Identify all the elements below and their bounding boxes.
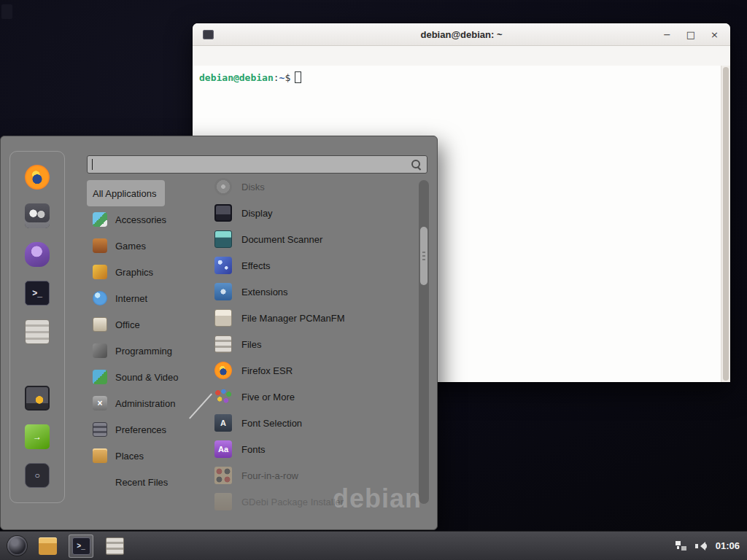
menu-search-input[interactable] bbox=[93, 156, 411, 173]
application-label: Four-in-a-row bbox=[241, 470, 298, 481]
five-or-more-icon bbox=[214, 388, 232, 405]
close-button[interactable]: × bbox=[711, 30, 719, 39]
desktop-shortcut-icon[interactable] bbox=[1, 4, 12, 19]
sound-video-icon bbox=[93, 370, 107, 384]
menu-scrollbar[interactable] bbox=[419, 180, 429, 504]
folder-icon bbox=[39, 537, 57, 555]
desktop: debian@debian: ~ − □ × debian@debian:~$ … bbox=[0, 0, 747, 560]
applications-menu: debian >_ bbox=[0, 136, 438, 530]
minimize-button[interactable]: − bbox=[663, 30, 671, 39]
category-label: Preferences bbox=[115, 424, 166, 435]
category-office[interactable]: Office bbox=[87, 311, 149, 338]
app-firefox-esr[interactable]: Firefox ESR bbox=[209, 357, 417, 384]
firefox-favorite[interactable] bbox=[24, 165, 50, 190]
application-label: Firefox ESR bbox=[241, 365, 293, 376]
app-document-scanner[interactable]: Document Scanner bbox=[209, 226, 417, 252]
menu-button[interactable] bbox=[4, 534, 29, 559]
places-folder-icon bbox=[93, 448, 107, 463]
category-games[interactable]: Games bbox=[87, 233, 155, 259]
category-places[interactable]: Places bbox=[87, 443, 152, 469]
taskbar: >_ 01:06 bbox=[0, 531, 747, 560]
window-controls: − □ × bbox=[663, 30, 719, 39]
office-icon bbox=[93, 317, 107, 332]
application-label: Extensions bbox=[241, 287, 288, 298]
pcmanfm-icon bbox=[214, 309, 232, 327]
category-sound-video[interactable]: Sound & Video bbox=[87, 364, 187, 390]
app-five-or-more[interactable]: Five or More bbox=[209, 384, 417, 410]
internet-globe-icon bbox=[93, 291, 107, 306]
software-manager-favorite[interactable] bbox=[24, 319, 50, 344]
firefox-icon bbox=[25, 165, 50, 190]
files-launcher[interactable] bbox=[102, 534, 127, 558]
app-files[interactable]: Files bbox=[209, 331, 417, 357]
category-all-applications[interactable]: All Applications bbox=[87, 180, 165, 206]
speaker-wave bbox=[703, 542, 707, 550]
preferences-icon bbox=[93, 422, 107, 437]
scroll-grip-dot bbox=[422, 252, 425, 253]
application-list: Disks Display Document Scanner Effects E… bbox=[209, 174, 417, 516]
application-label: Fonts bbox=[241, 444, 266, 455]
application-label: File Manager PCManFM bbox=[241, 313, 345, 324]
pidgin-favorite[interactable] bbox=[24, 242, 50, 267]
terminal-scrollbar[interactable] bbox=[721, 66, 730, 382]
application-label: GDebi Package Installer bbox=[241, 497, 344, 508]
category-preferences[interactable]: Preferences bbox=[87, 416, 175, 443]
scroll-grip-dot bbox=[422, 259, 425, 260]
extensions-icon bbox=[214, 283, 232, 300]
graphics-icon bbox=[93, 265, 107, 279]
terminal-favorite[interactable]: >_ bbox=[24, 281, 50, 306]
app-gdebi-package-installer[interactable]: GDebi Package Installer bbox=[209, 489, 417, 515]
category-label: Administration bbox=[115, 398, 175, 409]
shutdown-favorite[interactable]: ○ bbox=[24, 463, 50, 488]
favorites-panel: >_ → ○ bbox=[9, 151, 65, 503]
application-label: Display bbox=[241, 208, 273, 219]
favorites-bottom: → ○ bbox=[24, 386, 50, 488]
app-effects[interactable]: Effects bbox=[209, 252, 417, 279]
application-label: Disks bbox=[241, 182, 265, 192]
lock-screen-favorite[interactable] bbox=[24, 386, 50, 411]
app-fonts[interactable]: Aa Fonts bbox=[209, 436, 417, 462]
file-manager-launcher[interactable] bbox=[35, 534, 60, 558]
category-label: Programming bbox=[115, 346, 172, 357]
network-icon[interactable] bbox=[675, 540, 687, 551]
maximize-button[interactable]: □ bbox=[686, 30, 695, 39]
category-label: Recent Files bbox=[115, 477, 168, 488]
app-font-selection[interactable]: A Font Selection bbox=[209, 410, 417, 436]
disks-icon bbox=[214, 178, 232, 195]
category-programming[interactable]: Programming bbox=[87, 338, 181, 364]
shutdown-icon: ○ bbox=[25, 463, 50, 488]
menu-scroll-thumb[interactable] bbox=[420, 227, 427, 285]
app-four-in-a-row[interactable]: Four-in-a-row bbox=[209, 462, 417, 489]
prompt-user-host: debian@debian bbox=[199, 72, 274, 83]
terminal-cursor bbox=[295, 71, 301, 83]
display-icon bbox=[214, 204, 232, 222]
app-file-manager-pcmanfm[interactable]: File Manager PCManFM bbox=[209, 305, 417, 331]
terminal-icon: >_ bbox=[25, 281, 50, 306]
category-recent-files[interactable]: Recent Files bbox=[87, 469, 177, 495]
app-disks[interactable]: Disks bbox=[209, 174, 417, 200]
clock[interactable]: 01:06 bbox=[716, 540, 740, 551]
app-extensions[interactable]: Extensions bbox=[209, 279, 417, 305]
app-display[interactable]: Display bbox=[209, 200, 417, 226]
terminal-launcher[interactable]: >_ bbox=[69, 534, 93, 558]
logout-favorite[interactable]: → bbox=[24, 424, 50, 449]
application-label: Font Selection bbox=[241, 418, 302, 429]
logout-icon: → bbox=[25, 424, 50, 449]
games-icon bbox=[93, 238, 107, 253]
category-accessories[interactable]: Accessories bbox=[87, 206, 175, 233]
category-graphics[interactable]: Graphics bbox=[87, 259, 162, 285]
category-internet[interactable]: Internet bbox=[87, 285, 156, 311]
terminal-titlebar[interactable]: debian@debian: ~ − □ × bbox=[193, 23, 730, 46]
user-accounts-favorite[interactable] bbox=[24, 203, 50, 228]
application-label: Effects bbox=[241, 260, 271, 271]
gdebi-icon bbox=[214, 493, 232, 510]
pidgin-icon bbox=[25, 242, 50, 267]
category-label: Internet bbox=[115, 293, 147, 304]
effects-icon bbox=[214, 257, 232, 274]
volume-icon[interactable] bbox=[695, 541, 708, 551]
category-administration[interactable]: × Administration bbox=[87, 390, 184, 416]
terminal-scroll-thumb[interactable] bbox=[723, 67, 729, 381]
application-label: Document Scanner bbox=[241, 234, 322, 245]
terminal-icon bbox=[203, 30, 214, 39]
administration-icon: × bbox=[93, 396, 107, 411]
